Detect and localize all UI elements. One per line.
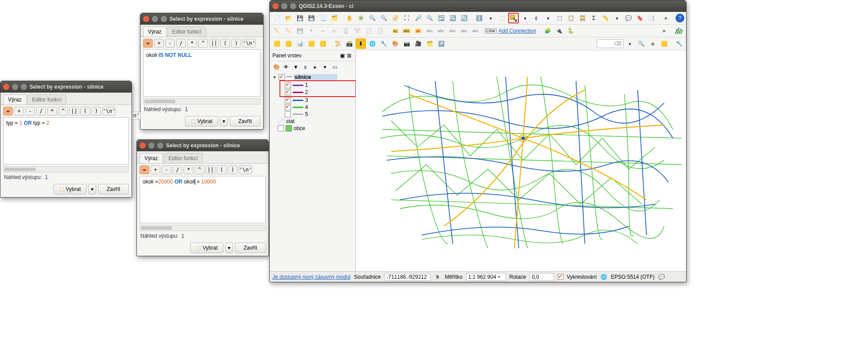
- symbol-checkbox[interactable]: [285, 111, 291, 117]
- layer-nav2-icon[interactable]: 🟨: [659, 38, 669, 49]
- show-label-icon[interactable]: abc: [436, 26, 446, 36]
- tab-func-editor[interactable]: Editor funkcí: [164, 153, 203, 163]
- tab-expression[interactable]: Výraz: [140, 153, 163, 163]
- zoom-in-icon[interactable]: 🔍: [367, 13, 377, 23]
- zoom-selection-icon[interactable]: 🔎: [413, 13, 423, 23]
- op-div[interactable]: /: [36, 107, 46, 116]
- toggle-edit-icon[interactable]: ✏️: [283, 26, 294, 36]
- dropdown-icon[interactable]: ▾: [611, 13, 622, 23]
- select-dropdown[interactable]: ▾: [220, 116, 228, 127]
- db-2-icon[interactable]: 🟨: [283, 38, 294, 49]
- pan-selection-icon[interactable]: ✳️: [355, 13, 366, 23]
- paste-icon[interactable]: 📋: [375, 26, 385, 36]
- titlebar[interactable]: Select by expression - silnice: [140, 13, 263, 25]
- op-newline[interactable]: '\n': [239, 165, 252, 174]
- save-as-icon[interactable]: 💾: [306, 13, 317, 23]
- minimize-icon[interactable]: [148, 142, 155, 149]
- op-plus[interactable]: +: [154, 39, 164, 48]
- op-mul[interactable]: *: [184, 165, 193, 174]
- georef-icon[interactable]: 🌐: [367, 38, 377, 49]
- move-feature-icon[interactable]: ↔: [317, 26, 328, 36]
- db-3-icon[interactable]: 📊: [294, 38, 305, 49]
- scrollbar[interactable]: [3, 166, 129, 172]
- plugin-notice-link[interactable]: Je dostupný nový zásuvný modul: [272, 274, 351, 280]
- expression-select-icon[interactable]: ε: [531, 13, 542, 23]
- select-button[interactable]: ⬚Vybrat: [185, 116, 218, 127]
- symbol-label[interactable]: 1: [305, 82, 308, 88]
- add-connection-link[interactable]: Add Connection: [497, 28, 538, 34]
- mouse-icon[interactable]: 🖱: [434, 273, 441, 280]
- node-tool-icon[interactable]: ⊹: [329, 26, 340, 36]
- more-icon[interactable]: »: [659, 26, 669, 36]
- edit-icon[interactable]: ✏️: [272, 26, 282, 36]
- close-button[interactable]: Zavřít: [98, 184, 129, 194]
- op-eq[interactable]: =: [143, 39, 153, 48]
- layer-checkbox[interactable]: [279, 74, 285, 80]
- copy-icon[interactable]: 📋: [363, 26, 374, 36]
- layer-obce[interactable]: obce: [294, 125, 305, 131]
- select-by-expression-icon[interactable]: [508, 13, 519, 23]
- expression-input[interactable]: okoli =20000 OR okoli = 10000: [140, 176, 266, 223]
- cut-icon[interactable]: ✂️: [352, 26, 362, 36]
- op-lparen[interactable]: (: [217, 165, 226, 174]
- op-minus[interactable]: -: [25, 107, 35, 116]
- dropdown-icon[interactable]: ▾: [624, 38, 635, 49]
- tools-icon[interactable]: 🔧: [378, 38, 389, 49]
- export-icon[interactable]: ↗️: [436, 38, 446, 49]
- minimize-icon[interactable]: [152, 16, 158, 22]
- op-newline[interactable]: '\n': [102, 107, 116, 116]
- zoom-out-icon[interactable]: 🔍: [378, 13, 389, 23]
- op-div[interactable]: /: [173, 165, 182, 174]
- select-dropdown[interactable]: ▾: [225, 243, 233, 253]
- camera-icon[interactable]: 📷: [401, 38, 412, 49]
- close-icon[interactable]: [140, 142, 146, 149]
- remove-icon[interactable]: ▭: [331, 63, 339, 71]
- close-panel-icon[interactable]: ⊠: [346, 52, 353, 59]
- op-eq[interactable]: =: [140, 165, 149, 174]
- op-pow[interactable]: ^: [195, 165, 204, 174]
- filter-icon[interactable]: ▼: [292, 63, 300, 71]
- maximize-icon[interactable]: [21, 84, 27, 90]
- select-button[interactable]: ⬚Vybrat: [190, 243, 223, 253]
- close-button[interactable]: Zavřít: [235, 243, 266, 253]
- undock-icon[interactable]: ▣: [339, 52, 346, 59]
- pan-icon[interactable]: ✋: [344, 13, 355, 23]
- map-tips-icon[interactable]: 💬: [623, 13, 634, 23]
- close-icon[interactable]: [272, 3, 279, 9]
- dropdown-icon[interactable]: ▾: [520, 13, 530, 23]
- save-edits-icon[interactable]: 💾: [294, 26, 305, 36]
- op-rparen[interactable]: ): [231, 39, 241, 48]
- move-label-icon[interactable]: abc: [447, 26, 458, 36]
- op-minus[interactable]: -: [162, 165, 171, 174]
- symbol-checkbox[interactable]: [285, 97, 291, 103]
- op-newline[interactable]: '\n': [242, 39, 256, 48]
- collapse-icon[interactable]: ▾: [321, 63, 329, 71]
- maximize-icon[interactable]: [161, 16, 167, 22]
- eye-icon[interactable]: 👁: [282, 63, 290, 71]
- attribute-table-icon[interactable]: 📋: [566, 13, 576, 23]
- minimize-icon[interactable]: [12, 84, 18, 90]
- label-layer-icon[interactable]: ab: [413, 26, 423, 36]
- new-print-icon[interactable]: 📃: [317, 13, 328, 23]
- rotation-input[interactable]: 0,0: [530, 273, 554, 281]
- select-tool-icon[interactable]: ⬚: [497, 13, 507, 23]
- tab-func-editor[interactable]: Editor funkcí: [27, 94, 67, 105]
- op-pow[interactable]: ^: [58, 107, 68, 116]
- dropdown-icon[interactable]: ▾: [485, 13, 496, 23]
- crs-label[interactable]: EPSG:5514 (OTF): [611, 274, 655, 280]
- close-button[interactable]: Zavřít: [230, 116, 260, 127]
- save-icon[interactable]: 💾: [294, 13, 305, 23]
- query-icon[interactable]: 🗃️: [344, 38, 355, 49]
- label-tool-icon[interactable]: abc: [401, 26, 412, 36]
- map-canvas[interactable]: [356, 50, 686, 271]
- stats-icon[interactable]: Σ: [589, 13, 599, 23]
- dropdown-icon[interactable]: ▾: [543, 13, 553, 23]
- open-project-icon[interactable]: 📂: [283, 13, 294, 23]
- crs-icon[interactable]: 🌐: [600, 273, 608, 280]
- coord-input[interactable]: -711186,-929212: [384, 273, 430, 281]
- op-concat[interactable]: ||: [69, 107, 79, 116]
- measure-icon[interactable]: 📏: [600, 13, 611, 23]
- add-feature-icon[interactable]: •: [306, 26, 317, 36]
- op-eq[interactable]: =: [3, 107, 13, 116]
- op-mul[interactable]: *: [47, 107, 57, 116]
